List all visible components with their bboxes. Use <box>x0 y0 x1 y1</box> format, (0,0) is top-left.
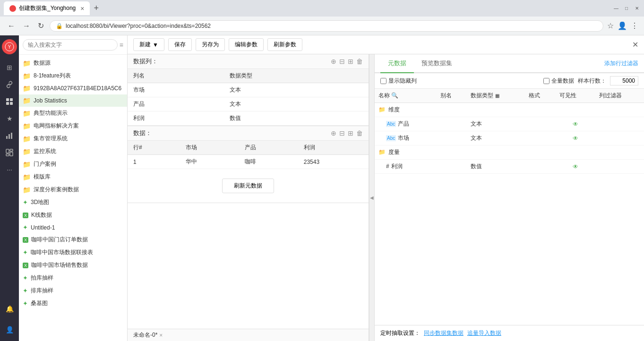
tree-item-3[interactable]: 📁Job Statistics <box>19 94 127 107</box>
sidebar-icon-link[interactable] <box>2 77 17 92</box>
toolbar: 新建 ▼ 保存 另存为 编辑参数 刷新参数 ✕ <box>128 35 644 54</box>
edit-params-button[interactable]: 编辑参数 <box>229 38 264 51</box>
minimize-button[interactable]: — <box>613 5 619 12</box>
scheduled-label: 定时抽取设置： <box>380 329 420 337</box>
sidebar-icon-star[interactable]: ★ <box>2 111 17 126</box>
copy-data-icon[interactable]: ⊞ <box>348 129 353 137</box>
search-icon[interactable]: ≡ <box>120 41 123 49</box>
data-column-row-2[interactable]: 利润数值 <box>128 111 369 126</box>
refresh-data-button[interactable]: 刷新元数据 <box>222 179 274 193</box>
all-data-checkbox[interactable] <box>543 78 550 84</box>
data-columns-actions: ⊕ ⊟ ⊞ 🗑 <box>331 58 363 65</box>
browser-tab[interactable]: 创建数据集_Yonghong × <box>4 1 90 15</box>
refresh-params-button[interactable]: 刷新参数 <box>267 38 302 51</box>
tree-item-label: 典型功能演示 <box>34 109 68 117</box>
address-bar[interactable]: 🔒 localhost:8080/bi/Viewer?proc=0&action… <box>50 20 603 32</box>
data-columns-header: 数据列： ⊕ ⊟ ⊞ 🗑 <box>128 54 369 69</box>
tree-item-15[interactable]: ✦咖啡中国市场数据联接表 <box>19 246 127 259</box>
search-input[interactable] <box>23 39 118 51</box>
right-bottom: 定时抽取设置： 同步数据集数据 追量导入数据 <box>375 325 644 341</box>
close-window-button[interactable]: ✕ <box>634 5 640 12</box>
add-data-icon[interactable]: ⊕ <box>331 129 336 137</box>
data-columns-title: 数据列： <box>133 57 331 66</box>
toolbar-close-button[interactable]: ✕ <box>632 40 638 49</box>
tree-item-label: 咖啡中国市场销售数据 <box>31 261 88 269</box>
sync-data-button[interactable]: 同步数据集数据 <box>424 329 464 337</box>
sidebar-icon-more[interactable]: ··· <box>2 162 17 177</box>
file-tree: ≡ 📁数据源📁8-1feature列表📁9192BA8A027F6371B4ED… <box>19 35 128 341</box>
data-preview-section: 数据： ⊕ ⊟ ⊞ 🗑 行#市场产品利润 <box>128 126 369 203</box>
sidebar-icon-user[interactable]: 👤 <box>2 322 17 337</box>
tree-item-4[interactable]: 📁典型功能演示 <box>19 107 127 119</box>
tree-item-label: 拍库抽样 <box>31 274 53 282</box>
visibility-icon[interactable]: 👁 <box>573 121 578 128</box>
tree-item-1[interactable]: 📁8-1feature列表 <box>19 69 127 82</box>
app-container: Y ⊞ ★ <box>0 35 644 341</box>
meta-header-1: 别名 <box>437 89 467 103</box>
edit-column-icon[interactable]: ⊟ <box>339 58 345 65</box>
meta-search-icon[interactable]: 🔍 <box>391 92 398 99</box>
maximize-button[interactable]: □ <box>623 5 630 12</box>
tree-item-13[interactable]: ✦Untitled-1 <box>19 222 127 233</box>
data-column-row-0[interactable]: 市场文本 <box>128 83 369 97</box>
delete-data-icon[interactable]: 🗑 <box>356 129 363 137</box>
tree-item-18[interactable]: ✦排库抽样 <box>19 284 127 297</box>
back-button[interactable]: ← <box>6 20 17 32</box>
tab-title: 创建数据集_Yonghong <box>19 4 76 12</box>
new-tab-button[interactable]: + <box>94 3 99 13</box>
tree-item-5[interactable]: 📁电网指标解决方案 <box>19 119 127 132</box>
tree-item-17[interactable]: ✦拍库抽样 <box>19 272 127 284</box>
tree-item-7[interactable]: 📁监控系统 <box>19 145 127 158</box>
save-as-button[interactable]: 另存为 <box>196 38 225 51</box>
copy-column-icon[interactable]: ⊞ <box>348 58 353 65</box>
sidebar-icon-grid[interactable] <box>2 94 17 109</box>
metadata-table: 名称 🔍别名数据类型 ▦格式可见性列过滤器 📁维度Abc产品文本👁Abc市场文本… <box>375 89 644 174</box>
profile-icon[interactable]: 👤 <box>618 21 627 30</box>
save-button[interactable]: 保存 <box>168 38 192 51</box>
logo[interactable]: Y <box>2 39 17 54</box>
tree-item-9[interactable]: 📁模版库 <box>19 170 127 183</box>
new-button[interactable]: 新建 ▼ <box>133 38 164 51</box>
main-content: 新建 ▼ 保存 另存为 编辑参数 刷新参数 ✕ 数据列： ⊕ <box>128 35 644 341</box>
tree-item-16[interactable]: X咖啡中国市场销售数据 <box>19 259 127 272</box>
visibility-icon[interactable]: 👁 <box>573 163 578 170</box>
bookmark-icon[interactable]: ☆ <box>607 21 614 30</box>
tab-close-icon[interactable]: × <box>80 5 84 12</box>
tree-item-8[interactable]: 📁门户案例 <box>19 158 127 170</box>
sidebar-icon-chart[interactable] <box>2 128 17 143</box>
menu-icon[interactable]: ⋮ <box>631 21 638 30</box>
tab-metadata[interactable]: 元数据 <box>380 54 414 73</box>
tree-item-2[interactable]: 📁9192BA8A027F6371B4ED18A5C6 <box>19 82 127 94</box>
refresh-button[interactable]: ↻ <box>36 19 46 32</box>
svg-rect-12 <box>6 154 9 156</box>
sidebar-icon-bell[interactable]: 🔔 <box>2 301 17 316</box>
tab-close-button[interactable]: × <box>159 332 163 339</box>
sample-rows-input[interactable] <box>610 76 638 85</box>
tab-favicon <box>9 5 16 12</box>
tree-item-11[interactable]: ✦3D地图 <box>19 196 127 209</box>
visibility-icon[interactable]: 👁 <box>573 135 578 142</box>
content-area: 数据列： ⊕ ⊟ ⊞ 🗑 列名 <box>128 54 644 341</box>
show-hidden-label: 显示隐藏列 <box>380 77 417 85</box>
add-column-icon[interactable]: ⊕ <box>331 58 336 65</box>
tree-item-6[interactable]: 📁集市管理系统 <box>19 132 127 145</box>
edit-data-icon[interactable]: ⊟ <box>339 129 345 137</box>
tree-item-0[interactable]: 📁数据源 <box>19 57 127 69</box>
tree-item-19[interactable]: ✦桑基图 <box>19 297 127 310</box>
tab-preview-dataset[interactable]: 预览数据集 <box>414 54 460 73</box>
sidebar-icon-home[interactable]: ⊞ <box>2 60 17 75</box>
import-data-button[interactable]: 追量导入数据 <box>467 329 501 337</box>
tree-item-10[interactable]: 📁深度分析案例数据 <box>19 183 127 196</box>
tab-name[interactable]: 未命名-0* <box>133 331 157 339</box>
show-hidden-checkbox[interactable] <box>380 78 386 84</box>
collapse-handle[interactable]: ◀ <box>369 54 375 341</box>
data-column-row-1[interactable]: 产品文本 <box>128 97 369 111</box>
tree-item-12[interactable]: XK线数据 <box>19 209 127 222</box>
tree-item-14[interactable]: X咖啡中国门店订单数据 <box>19 233 127 246</box>
browser-nav: ← → ↻ 🔒 localhost:8080/bi/Viewer?proc=0&… <box>0 17 644 35</box>
add-filter-button[interactable]: 添加行过滤器 <box>604 60 638 68</box>
sidebar-icon-dashboard[interactable] <box>2 145 17 160</box>
delete-column-icon[interactable]: 🗑 <box>356 58 363 65</box>
forward-button[interactable]: → <box>21 20 32 32</box>
table-row: Abc市场文本👁 <box>375 131 644 145</box>
